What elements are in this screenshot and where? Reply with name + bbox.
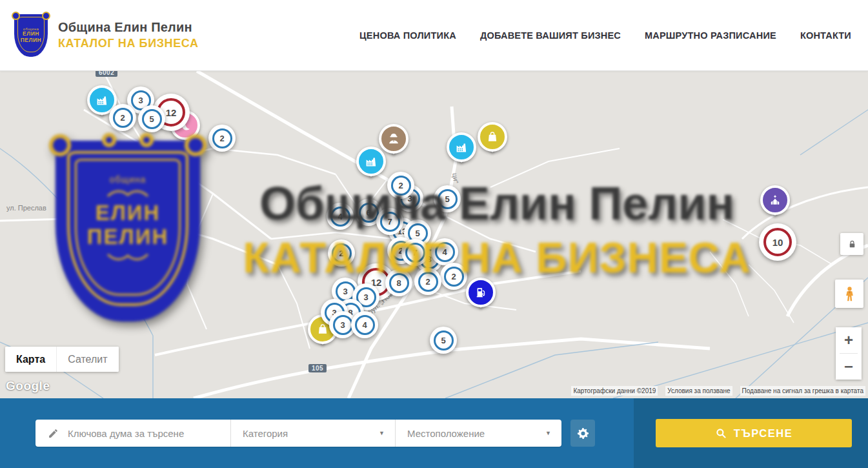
map-canvas[interactable]: ул. Преславбул. „Новоселци“ци“6002105 12… — [0, 71, 868, 398]
map-attribution: Картографски данни ©2019 Условия за полз… — [571, 386, 865, 396]
gear-icon — [577, 427, 589, 440]
site-subtitle: КАТАЛОГ НА БИЗНЕСА — [58, 37, 199, 50]
google-logo[interactable]: Google — [6, 379, 50, 393]
cluster-marker[interactable]: 10 — [759, 223, 796, 261]
keyword-field — [35, 420, 230, 447]
category-select-label: Категория — [243, 428, 379, 439]
nav-item-transport-schedule[interactable]: МАРШРУТНО РАЗПИСАНИЕ — [645, 30, 776, 41]
search-button[interactable]: ТЪРСЕНЕ — [656, 419, 852, 447]
site-title: Община Елин Пелин — [58, 20, 199, 35]
nav-item-add-business[interactable]: ДОБАВЕТЕ ВАШИЯТ БИЗНЕС — [480, 30, 621, 41]
satellite-view-button[interactable]: Сателит — [56, 347, 118, 372]
pencil-icon — [48, 428, 59, 439]
main-nav: ЦЕНОВА ПОЛИТИКА ДОБАВЕТЕ ВАШИЯТ БИЗНЕС М… — [359, 30, 851, 41]
street-view-pegman-button[interactable] — [835, 280, 863, 308]
advanced-search-button[interactable] — [570, 420, 595, 447]
zoom-in-button[interactable]: + — [836, 327, 862, 353]
report-error-link[interactable]: Подаване на сигнал за грешка в картата — [740, 386, 865, 396]
search-icon — [715, 427, 727, 439]
category-select[interactable]: Категория ▼ — [230, 420, 395, 447]
map-type-control: Карта Сателит — [5, 347, 119, 372]
chevron-down-icon: ▼ — [379, 430, 385, 436]
map-markers-top: 10 — [0, 71, 868, 398]
zoom-control: + − — [836, 327, 862, 380]
search-bar: Категория ▼ Местоположение ▼ ТЪРСЕНЕ — [0, 398, 868, 468]
municipality-crest-icon: община ЕЛИН ПЕЛИН — [14, 14, 48, 57]
chevron-down-icon: ▼ — [545, 430, 551, 436]
nav-item-contacts[interactable]: КОНТАКТИ — [800, 30, 851, 41]
cluster-count: 10 — [763, 228, 792, 256]
search-input[interactable] — [68, 420, 230, 447]
nav-item-pricing[interactable]: ЦЕНОВА ПОЛИТИКА — [359, 30, 456, 41]
search-button-label: ТЪРСЕНЕ — [734, 427, 792, 440]
search-form: Категория ▼ Местоположение ▼ — [35, 420, 561, 447]
lock-button[interactable] — [840, 233, 863, 255]
header: община ЕЛИН ПЕЛИН Община Елин Пелин КАТА… — [0, 0, 868, 71]
location-select-label: Местоположение — [407, 428, 545, 439]
zoom-out-button[interactable]: − — [836, 354, 862, 380]
crest-border — [17, 17, 45, 52]
site-logo[interactable]: община ЕЛИН ПЕЛИН Община Елин Пелин КАТА… — [14, 14, 199, 57]
map-view-button[interactable]: Карта — [5, 347, 56, 372]
map-data-copyright: Картографски данни ©2019 — [571, 386, 658, 396]
search-button-panel: ТЪРСЕНЕ — [634, 398, 868, 468]
logo-text: Община Елин Пелин КАТАЛОГ НА БИЗНЕСА — [58, 20, 199, 50]
location-select[interactable]: Местоположение ▼ — [395, 420, 561, 447]
terms-link[interactable]: Условия за ползване — [665, 386, 732, 396]
pegman-icon — [841, 285, 858, 303]
lock-icon — [847, 239, 857, 249]
